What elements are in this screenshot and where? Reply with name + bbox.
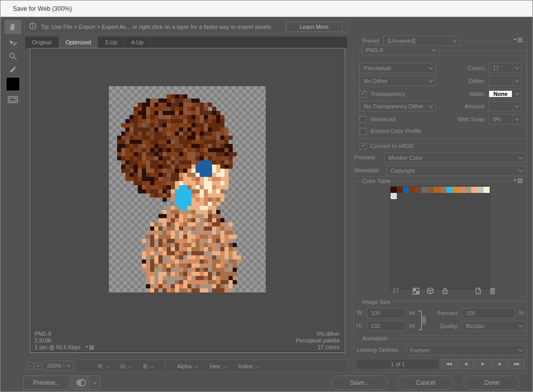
- color-swatch[interactable]: [403, 187, 409, 193]
- status-filesize: 2.818K: [35, 337, 94, 344]
- image-size-title: Image Size: [360, 298, 393, 305]
- chevron-down-icon: [512, 89, 521, 99]
- slices-visibility-icon: [7, 95, 19, 104]
- preset-select[interactable]: [Unnamed]: [383, 36, 460, 46]
- transparency-dither-select[interactable]: No Transparency Dither: [360, 101, 436, 111]
- tab-original[interactable]: Original: [25, 37, 59, 48]
- chevron-down-icon: [90, 376, 100, 389]
- hand-icon: [8, 22, 18, 32]
- color-swatch[interactable]: [434, 187, 440, 193]
- color-swatch[interactable]: [459, 187, 465, 193]
- eyedropper-tool-button[interactable]: [5, 62, 21, 77]
- slice-select-tool-button[interactable]: [5, 36, 21, 50]
- width-field[interactable]: 100: [367, 308, 406, 318]
- interlaced-checkbox[interactable]: [360, 116, 366, 123]
- toggle-slices-visibility-button[interactable]: [5, 92, 21, 107]
- format-select[interactable]: PNG-8: [362, 45, 439, 55]
- preview-in-browser-button[interactable]: Preview...: [23, 375, 70, 390]
- title-bar[interactable]: Save for Web (300%): [1, 1, 532, 17]
- magnifier-icon: [8, 51, 18, 61]
- learn-more-button[interactable]: Learn More: [286, 22, 343, 32]
- preset-label: Preset:: [360, 37, 383, 44]
- amount-label: Amount:: [440, 101, 486, 111]
- tab-2up[interactable]: 2-Up: [98, 37, 124, 48]
- color-swatch[interactable]: [409, 187, 415, 193]
- palette-algorithm-select[interactable]: Perceptual: [360, 63, 436, 73]
- eyedropper-color-swatch[interactable]: [6, 77, 20, 91]
- svg-text:?: ?: [80, 381, 84, 386]
- color-swatch[interactable]: [422, 187, 428, 193]
- transparency-swatch[interactable]: [391, 193, 397, 199]
- play-button[interactable]: ▶: [475, 359, 491, 369]
- dither-method-select[interactable]: No Dither: [360, 76, 436, 86]
- color-swatch[interactable]: [483, 187, 490, 193]
- interlaced-label: Interlaced: [370, 116, 395, 122]
- preview-mode-select[interactable]: Monitor Color: [384, 153, 526, 163]
- metadata-select[interactable]: Copyright: [386, 166, 526, 176]
- chevron-down-icon: [516, 346, 525, 355]
- height-field[interactable]: 132: [367, 321, 406, 331]
- web-snap-select[interactable]: 0%: [489, 114, 522, 124]
- convert-srgb-checkbox[interactable]: [360, 143, 366, 150]
- new-color-icon[interactable]: [472, 286, 483, 296]
- colors-select[interactable]: 17: [489, 63, 522, 73]
- interlaced-checkbox-row[interactable]: Interlaced: [360, 114, 395, 124]
- first-frame-button[interactable]: ◀◀: [441, 359, 457, 369]
- readout-index: Index: --: [238, 363, 259, 369]
- chevron-down-icon: [63, 361, 73, 370]
- hand-tool-button[interactable]: [5, 20, 21, 34]
- looping-options-select[interactable]: Forever: [406, 345, 526, 355]
- color-count: 17: [393, 287, 399, 293]
- tab-optimized[interactable]: Optimized: [59, 37, 99, 48]
- optimized-image[interactable]: [109, 86, 266, 292]
- matte-select[interactable]: None: [489, 89, 522, 99]
- optimized-preview-pane[interactable]: PNG-8 2.818K 1 sec @ 56.6 Kbps 0% dither…: [30, 48, 345, 353]
- color-swatch[interactable]: [453, 187, 459, 193]
- web-shift-cube-icon[interactable]: [425, 286, 436, 296]
- zoom-level-select[interactable]: 300%: [43, 361, 73, 371]
- save-button[interactable]: Save...: [331, 375, 388, 390]
- lock-color-icon[interactable]: [439, 286, 450, 296]
- readout-alpha: Alpha: --: [177, 363, 199, 369]
- transparency-checkbox[interactable]: [360, 91, 366, 97]
- dialog-title: Save for Web (300%): [13, 5, 72, 12]
- zoom-in-button[interactable]: +: [35, 363, 41, 369]
- color-swatch[interactable]: [471, 187, 477, 193]
- color-table-menu-icon[interactable]: [511, 178, 525, 184]
- zoom-tool-button[interactable]: [5, 49, 21, 63]
- convert-srgb-checkbox-row[interactable]: Convert to sRGB: [360, 141, 413, 151]
- transparency-checkbox-row[interactable]: Transparency: [360, 89, 405, 99]
- embed-color-profile-checkbox[interactable]: [360, 128, 366, 135]
- readout-hex: Hex: --: [210, 363, 227, 369]
- color-table-swatches: [390, 186, 491, 289]
- last-frame-button[interactable]: ▶▶: [509, 359, 525, 369]
- preview-status-bar: PNG-8 2.818K 1 sec @ 56.6 Kbps 0% dither…: [31, 330, 344, 351]
- cancel-button[interactable]: Cancel: [397, 375, 454, 390]
- previous-frame-button[interactable]: ◀|: [458, 359, 474, 369]
- zoom-out-button[interactable]: −: [27, 363, 34, 369]
- color-swatch[interactable]: [397, 187, 403, 193]
- readout-b: B: --: [143, 363, 154, 369]
- color-swatch[interactable]: [440, 187, 446, 193]
- save-for-web-dialog: Save for Web (300%) Tip: Use File > Expo…: [0, 0, 533, 392]
- dither-amount-select[interactable]: [489, 76, 522, 86]
- color-swatch[interactable]: [428, 187, 434, 193]
- color-swatch[interactable]: [446, 187, 453, 193]
- amount-select[interactable]: [489, 101, 522, 111]
- delete-color-icon[interactable]: [487, 286, 498, 296]
- color-swatch[interactable]: [477, 187, 483, 193]
- quality-select[interactable]: Bicubic: [462, 321, 526, 331]
- select-browser-button[interactable]: ?: [71, 375, 100, 390]
- color-swatch[interactable]: [391, 187, 397, 193]
- download-speed-menu-icon[interactable]: [86, 345, 94, 350]
- percent-field[interactable]: 100: [462, 308, 515, 318]
- embed-profile-checkbox-row[interactable]: Embed Color Profile: [360, 126, 421, 136]
- next-frame-button[interactable]: |▶: [492, 359, 508, 369]
- color-swatch[interactable]: [415, 187, 422, 193]
- preset-menu-icon[interactable]: [511, 38, 525, 43]
- map-transparency-icon[interactable]: [410, 286, 422, 296]
- done-button[interactable]: Done: [463, 375, 520, 390]
- height-label: H:: [357, 322, 362, 329]
- color-swatch[interactable]: [465, 187, 471, 193]
- tab-4up[interactable]: 4-Up: [124, 37, 151, 48]
